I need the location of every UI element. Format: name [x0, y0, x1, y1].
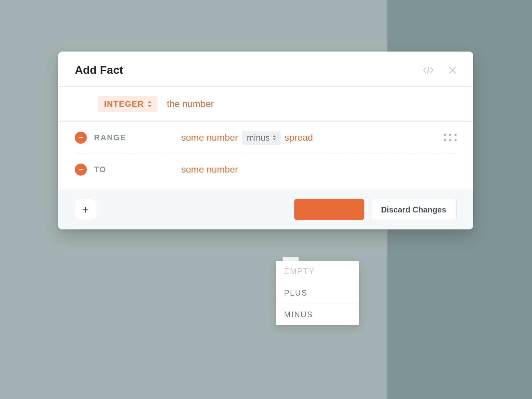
modal-footer: + Discard Changes [58, 190, 473, 229]
modal-header: Add Fact [58, 52, 473, 87]
to-row: TO some number EMPTY PLUS MINUS [58, 154, 473, 190]
sort-icon [273, 135, 276, 140]
add-fact-modal: Add Fact INTEGER [58, 52, 473, 229]
dropdown-item-minus[interactable]: MINUS [276, 304, 359, 325]
to-label: TO [94, 165, 154, 174]
header-icons [423, 66, 457, 74]
plus-icon: + [82, 203, 89, 216]
modal-body: INTEGER the number RANGE some number min… [58, 87, 473, 190]
operator-dropdown: EMPTY PLUS MINUS [276, 261, 359, 325]
remove-to-button[interactable] [75, 164, 87, 176]
modal-title: Add Fact [75, 64, 423, 76]
range-row: RANGE some number minus spread [58, 122, 473, 154]
type-select[interactable]: INTEGER [98, 96, 158, 112]
type-label: INTEGER [104, 99, 144, 109]
range-rhs[interactable]: spread [285, 132, 313, 143]
to-lhs[interactable]: some number [181, 164, 238, 175]
sort-icon [148, 101, 152, 107]
range-lhs[interactable]: some number [181, 132, 238, 143]
footer-actions: Discard Changes [294, 199, 457, 220]
drag-handle-icon[interactable] [444, 134, 457, 141]
dropdown-item-empty[interactable]: EMPTY [276, 261, 359, 282]
save-button[interactable] [294, 199, 364, 220]
range-expression: some number minus spread [181, 131, 313, 145]
add-row-button[interactable]: + [75, 199, 96, 220]
range-operator-label: minus [247, 133, 270, 143]
fact-name[interactable]: the number [167, 99, 214, 109]
dropdown-notch [283, 257, 299, 261]
range-label: RANGE [94, 133, 154, 142]
type-row: INTEGER the number [58, 87, 473, 122]
remove-range-button[interactable] [75, 132, 87, 144]
range-operator-select[interactable]: minus [242, 131, 280, 145]
discard-button[interactable]: Discard Changes [371, 199, 457, 220]
code-icon[interactable] [423, 66, 434, 74]
dropdown-item-plus[interactable]: PLUS [276, 282, 359, 304]
close-icon[interactable] [449, 66, 457, 74]
to-expression: some number [181, 164, 238, 175]
